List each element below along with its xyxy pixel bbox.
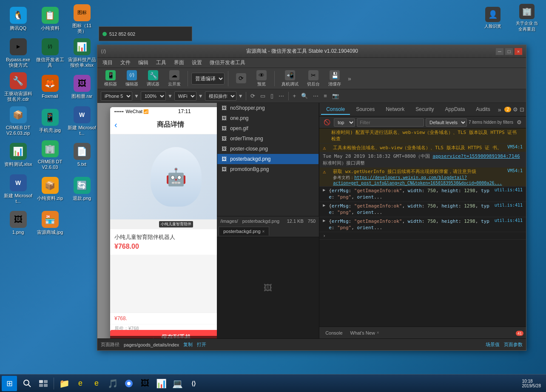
taskbar-cortana[interactable]: [20, 376, 35, 391]
sidebar-item-img1[interactable]: 🖼 1.png: [2, 206, 34, 240]
toolbar-save[interactable]: 💾 清缓存: [325, 68, 344, 89]
device-select[interactable]: iPhone 5: [101, 91, 132, 101]
sidebar-item-crmeb-zip[interactable]: 📦 CRMEB DT V2.6.03.zip: [2, 104, 34, 138]
sidebar-item-data-test[interactable]: 📊 资料测试.xlsx: [2, 138, 34, 172]
file-item-noshopper[interactable]: 🖼 noShopper.png: [217, 103, 318, 113]
menu-project[interactable]: 项目: [99, 58, 116, 67]
file-item-posterbackgd[interactable]: 🖼 posterbackgd.png: [217, 154, 318, 164]
file-item-one[interactable]: 🖼 one.png: [217, 113, 318, 123]
taskbar-edge[interactable]: e: [89, 376, 104, 391]
file-item-posterclose[interactable]: 🖼 poster-close.png: [217, 144, 318, 154]
toolbar-simulator[interactable]: 📱 模拟器: [101, 68, 120, 89]
console-ref-log-3[interactable]: util.is:411: [495, 218, 523, 223]
level-select[interactable]: Default levels: [426, 118, 467, 127]
clear-console-btn[interactable]: 🚫: [322, 118, 332, 127]
sidebar-item-icons11[interactable]: 图标 图标（11 类）: [66, 2, 98, 36]
taskbar-chrome[interactable]: [121, 376, 136, 391]
enterprise-icon[interactable]: 🏢 关于企业 当全再重启: [512, 2, 542, 34]
console-input[interactable]: [330, 233, 523, 239]
console-link-appservice[interactable]: appservice?t=1559009891984:7146: [432, 153, 520, 159]
sidebar-item-word-new2[interactable]: W 新建 Microsoft...: [2, 172, 34, 206]
zoom-select[interactable]: 100%: [141, 91, 166, 101]
screenshot-btn[interactable]: 📷: [330, 91, 341, 101]
inspect-btn[interactable]: ⋯: [311, 91, 320, 101]
bottom-tab-close[interactable]: ×: [377, 330, 379, 335]
sidebar-item-crmeb-dt[interactable]: 🏢 CRMEB DT V2.6.03: [34, 138, 66, 172]
context-select[interactable]: top: [334, 118, 355, 127]
sidebar-item-word-new[interactable]: W 新建 Microsoft...: [66, 104, 98, 138]
more-btn[interactable]: ⋯: [277, 91, 286, 101]
bottom-tab-whatsnew[interactable]: What's New ×: [347, 329, 383, 337]
sidebar-item-driver[interactable]: 🔧 王驱动宙源科技名片.cdr: [2, 70, 34, 104]
start-button[interactable]: ⊞: [2, 376, 17, 391]
sidebar-item-report[interactable]: 📊 宙源科技产品报价单.xlsx: [66, 36, 98, 70]
footer-copy-btn[interactable]: 复制: [183, 341, 193, 348]
tab-appdata[interactable]: AppData: [440, 105, 470, 115]
taskbar-code[interactable]: ⟨⟩: [186, 376, 201, 391]
tab-close-btn[interactable]: ×: [262, 229, 265, 234]
maximize-button[interactable]: □: [505, 48, 513, 55]
tab-audits[interactable]: Audits: [471, 105, 495, 115]
sidebar-item-wxdev[interactable]: ⟨/⟩ 微信开发者工具: [34, 36, 66, 70]
sidebar-item-refund[interactable]: 🔄 退款.png: [66, 172, 98, 206]
preview-tab-posterbackgd[interactable]: posterbackgd.png ×: [219, 227, 269, 236]
tab-console[interactable]: Console: [321, 105, 350, 115]
small-floating-window[interactable]: 512 852 602: [99, 26, 192, 41]
devtools-dock-icon[interactable]: ⊡: [520, 106, 524, 113]
taskbar-ie[interactable]: e: [73, 376, 88, 391]
sidebar-item-zy-mall[interactable]: 🏪 宙源商城.jpg: [34, 206, 66, 240]
menu-settings[interactable]: 设置: [188, 58, 205, 67]
menu-interface[interactable]: 界面: [171, 58, 188, 67]
sidebar-item-photo[interactable]: 🖼 图相册.rar: [66, 70, 98, 104]
console-ref-2[interactable]: VM54:1: [507, 168, 523, 175]
menu-file[interactable]: 文件: [117, 58, 134, 67]
file-item-open[interactable]: 🖼 open.gif: [217, 123, 318, 134]
phone-back-btn[interactable]: ‹: [114, 120, 117, 130]
simulate-select[interactable]: 模拟操作: [205, 91, 236, 101]
menu-edit[interactable]: 编辑: [135, 58, 152, 67]
file-item-promotionbg[interactable]: 🖼 promotionBg.png: [217, 164, 318, 174]
face-recognition-icon[interactable]: 👤 人脸识奖: [478, 2, 508, 34]
taskbar-chart[interactable]: 📊: [154, 376, 169, 391]
menu-wxdev[interactable]: 微信开发者工具: [206, 58, 249, 67]
console-link-doc[interactable]: https://developers.weixin.qq.com/blogdet…: [333, 175, 502, 185]
taskbar-file-explorer[interactable]: 📁: [57, 376, 72, 391]
portrait-btn[interactable]: ▭: [259, 91, 267, 101]
console-ref-log-1[interactable]: util.is:411: [495, 187, 523, 192]
sidebar-item-foxmail[interactable]: 🦊 Foxmail: [34, 70, 66, 104]
sidebar-item-phone-skin[interactable]: 📱 手机壳.jpg: [34, 104, 66, 138]
sidebar-item-txt5[interactable]: 📄 5.txt: [66, 138, 98, 172]
minimize-button[interactable]: ─: [495, 48, 504, 55]
search-btn[interactable]: 🔍: [299, 91, 310, 101]
tab-sources[interactable]: Sources: [351, 105, 380, 115]
console-filter-input[interactable]: [357, 118, 424, 127]
toolbar-real-machine[interactable]: 📲 真机调试: [278, 68, 302, 89]
toolbar-compile-btn[interactable]: ⟳: [232, 71, 250, 86]
landscape-btn[interactable]: ▯: [269, 91, 275, 101]
toolbar-cloud[interactable]: ☁ 云开发: [165, 68, 184, 89]
console-ref-log-2[interactable]: util.is:411: [495, 203, 523, 207]
expand-arrow-1[interactable]: ▶: [323, 187, 325, 192]
toolbar-cut-backend[interactable]: ✂ 切后台: [304, 68, 323, 89]
file-item-ordertime[interactable]: 🖼 orderTime.png: [217, 134, 318, 144]
taskbar-remote[interactable]: 💻: [170, 376, 185, 391]
sidebar-item-qq[interactable]: 🐧 腾讯QQ: [2, 2, 34, 36]
tab-network[interactable]: Network: [381, 105, 410, 115]
toolbar-preview-btn[interactable]: 👁 预览: [252, 68, 271, 89]
console-ref-1[interactable]: VM54:1: [507, 145, 523, 149]
tab-security[interactable]: Security: [410, 105, 439, 115]
footer-scene-label[interactable]: 场景值: [486, 341, 500, 348]
rotate-btn[interactable]: ⟳: [249, 91, 257, 101]
footer-params-label[interactable]: 页面参数: [504, 341, 523, 348]
expand-arrow-3[interactable]: ▶: [323, 218, 325, 223]
sidebar-item-zip-pure[interactable]: 📦 小纯资料.zip: [34, 172, 66, 206]
menu-tools[interactable]: 工具: [153, 58, 170, 67]
footer-open-btn[interactable]: 打开: [197, 341, 206, 348]
devtools-settings-icon[interactable]: ⚙: [513, 106, 518, 113]
devtools-more-btn[interactable]: »: [496, 106, 503, 113]
network-select[interactable]: WiFi: [174, 91, 196, 101]
expand-arrow-2[interactable]: ▶: [323, 203, 325, 207]
add-btn[interactable]: +: [291, 91, 298, 101]
taskbar-task-view[interactable]: [36, 376, 51, 391]
close-button[interactable]: ×: [514, 48, 523, 55]
